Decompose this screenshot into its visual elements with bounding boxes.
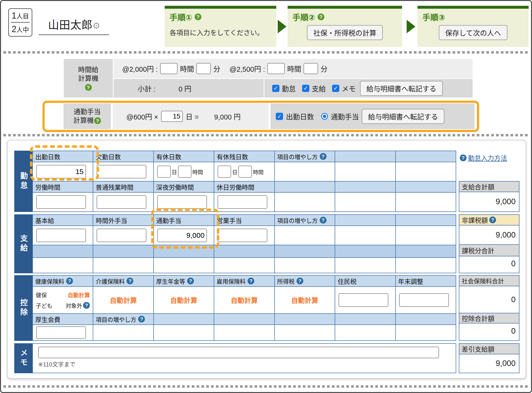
empty-cell xyxy=(93,258,153,273)
year-end-adjust-cell xyxy=(396,287,456,313)
minutes-unit: 分 xyxy=(320,63,327,74)
resident-tax-input[interactable] xyxy=(339,293,388,307)
col-header: 通勤手当 xyxy=(154,215,214,225)
welfare-fee-input[interactable] xyxy=(36,326,86,339)
gear-icon[interactable]: ⚙ xyxy=(92,21,100,31)
empty-cell xyxy=(214,325,274,340)
employee-name: 山田太郎⚙ xyxy=(40,16,109,32)
commute-allowance-input[interactable] xyxy=(157,229,207,242)
paid-leave-days-input[interactable] xyxy=(157,166,171,178)
rate2-hours-input[interactable] xyxy=(267,63,285,74)
help-icon[interactable]: ? xyxy=(83,302,90,309)
rate1-label: @2,000円 : xyxy=(122,63,158,74)
help-icon[interactable]: ? xyxy=(320,217,326,224)
empty-cell xyxy=(275,325,335,340)
payment-checkbox[interactable]: ✓ xyxy=(302,85,309,92)
paid-leave-remaining-hours-input[interactable] xyxy=(238,166,252,178)
payment-total-label: 支給合計額 xyxy=(459,182,519,192)
work-days-checkbox[interactable]: ✓ xyxy=(276,113,283,120)
help-icon[interactable]: ? xyxy=(318,14,324,20)
work-hours-cell xyxy=(33,193,93,211)
commute-rate-label: @600円 × xyxy=(126,111,158,121)
work-hours-input[interactable] xyxy=(36,195,86,209)
overtime-input[interactable] xyxy=(97,195,146,209)
deduction-total-label: 控除合計額 xyxy=(459,313,519,323)
step-1-description: 各項目に入力をしてください。 xyxy=(170,28,271,37)
save-next-person-button[interactable]: 保存して次の人へ xyxy=(439,25,507,40)
auto-calc-cell: 自動計算 xyxy=(154,287,214,313)
sales-allowance-input[interactable] xyxy=(218,229,267,242)
col-header-empty xyxy=(335,182,395,192)
hourly-subtotal-row: 小計 : 0 円 xyxy=(113,79,264,98)
commute-transfer-button[interactable]: 給与明細書へ転記する xyxy=(362,109,444,124)
absence-days-input[interactable] xyxy=(97,165,146,178)
paid-leave-hours-input[interactable] xyxy=(178,166,192,178)
empty-cell xyxy=(154,258,214,273)
year-end-adjust-input[interactable] xyxy=(399,293,449,307)
col-header-empty xyxy=(275,182,335,192)
memo-checkbox[interactable]: ✓ xyxy=(332,85,339,92)
step-2-topbar xyxy=(288,6,402,9)
help-icon[interactable]: ? xyxy=(138,316,145,323)
blank-row-cell xyxy=(275,245,335,257)
blank-row-cell xyxy=(214,245,274,257)
col-header: 所得税? xyxy=(275,276,335,286)
step-3-box: 手順③ 保存して次の人へ xyxy=(418,6,529,47)
net-pay-label: 差引支給額 xyxy=(459,344,519,354)
base-salary-input[interactable] xyxy=(36,229,86,242)
rate1-hours-input[interactable] xyxy=(160,63,177,74)
base-salary-cell xyxy=(33,226,93,245)
payment-section: 支給 基本給 時間外手当 通勤手当 営業手当 項目の増やし方? xyxy=(14,214,456,273)
overtime-cell xyxy=(93,193,153,211)
step-3-label: 手順③ xyxy=(422,11,445,23)
col-header: 営業手当 xyxy=(214,215,274,225)
col-header-empty xyxy=(396,182,456,192)
attendance-help-link[interactable]: ? 勤怠入力方法 xyxy=(460,153,507,162)
hourly-transfer-button[interactable]: 給与明細書へ転記する xyxy=(360,81,443,96)
help-icon[interactable]: ? xyxy=(187,278,194,284)
col-header-empty xyxy=(396,151,456,162)
blank-row-cell xyxy=(396,245,456,257)
blank-row-cell xyxy=(93,245,153,257)
help-icon[interactable]: ? xyxy=(66,278,73,284)
net-pay-box: 差引支給額 9,000 xyxy=(459,343,519,373)
help-icon[interactable]: ? xyxy=(85,84,92,91)
col-header: 厚生会費 xyxy=(33,314,93,324)
empty-cell xyxy=(396,193,456,211)
step-2-box: 手順②? 社保・所得税の計算 xyxy=(288,6,402,47)
col-header: 年末調整 xyxy=(396,276,456,286)
subtotal-label: 小計 : xyxy=(138,83,156,93)
commute-allowance-radio[interactable] xyxy=(321,113,328,120)
rate1-minutes-input[interactable] xyxy=(196,63,211,74)
attendance-checkbox[interactable]: ✓ xyxy=(272,85,279,92)
help-icon[interactable]: ? xyxy=(94,117,101,124)
memo-input[interactable] xyxy=(38,347,439,358)
paid-leave-remaining-days-input[interactable] xyxy=(218,166,231,178)
payment-total-value: 9,000 xyxy=(459,192,519,211)
col-header: 深夜労働時間 xyxy=(154,182,214,192)
step-arrow-icon xyxy=(407,20,415,33)
col-header: 有休残日数 xyxy=(214,151,274,162)
step-1-topbar xyxy=(165,6,276,9)
rate2-minutes-input[interactable] xyxy=(304,63,318,74)
payment-section-label: 支給 xyxy=(14,214,32,273)
payment-checkbox-label: 支給 xyxy=(312,83,326,93)
calc-social-income-tax-button[interactable]: 社保・所得税の計算 xyxy=(307,25,383,40)
work-days-input[interactable] xyxy=(36,165,86,178)
help-icon[interactable]: ? xyxy=(127,278,133,284)
overtime-pay-input[interactable] xyxy=(97,229,146,242)
help-icon[interactable]: ? xyxy=(248,278,254,284)
holiday-work-input[interactable] xyxy=(218,195,267,209)
help-icon[interactable]: ? xyxy=(297,278,303,284)
step-1-label: 手順① xyxy=(170,11,192,23)
step-2-label: 手順② xyxy=(292,11,315,23)
help-icon[interactable]: ? xyxy=(195,14,201,20)
help-icon[interactable]: ? xyxy=(320,153,326,160)
col-header-empty xyxy=(396,215,456,225)
dotted-separator xyxy=(3,385,530,388)
help-icon[interactable]: ? xyxy=(460,154,467,161)
commute-days-input[interactable] xyxy=(161,111,183,122)
help-icon[interactable]: ? xyxy=(489,217,496,223)
memo-char-limit-note: ※110文字まで xyxy=(38,360,456,368)
late-night-input[interactable] xyxy=(157,195,207,209)
